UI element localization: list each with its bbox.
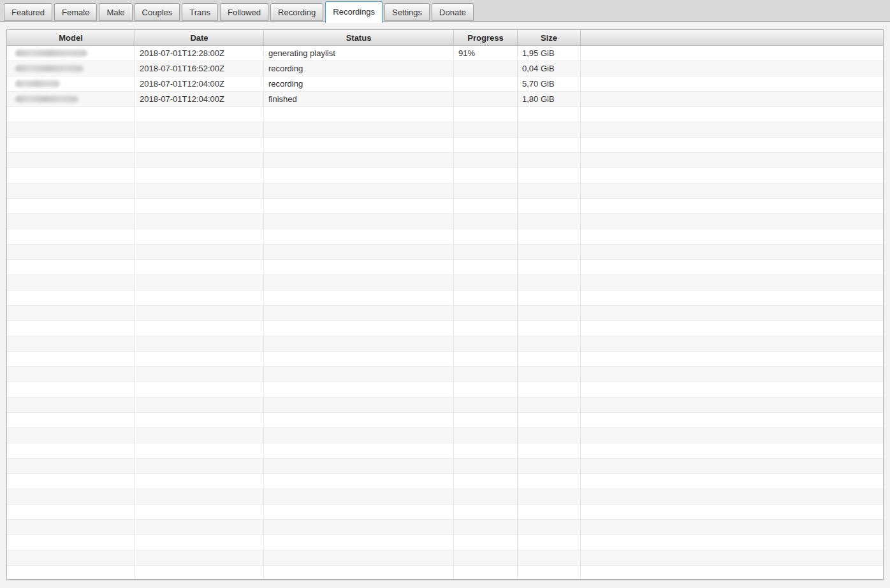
table-row[interactable]: 2018-07-01T12:04:00Zfinished1,80 GiB	[7, 92, 883, 107]
table-row-empty	[7, 183, 883, 199]
cell-size	[518, 290, 581, 305]
cell-model	[7, 505, 135, 519]
cell-status	[264, 336, 454, 351]
cell-status	[264, 290, 454, 305]
cell-extra	[581, 245, 883, 259]
table-row-empty	[7, 352, 883, 367]
cell-size	[518, 229, 581, 244]
cell-status	[264, 367, 454, 382]
table-row[interactable]: 2018-07-01T16:52:00Zrecording0,04 GiB	[7, 61, 883, 76]
cell-size	[518, 489, 581, 504]
column-header-progress[interactable]: Progress	[454, 30, 518, 45]
redacted-model-name	[15, 96, 78, 103]
cell-extra	[581, 199, 883, 213]
cell-date	[135, 443, 264, 458]
cell-model	[7, 92, 135, 106]
cell-progress	[454, 321, 518, 336]
cell-extra	[581, 122, 883, 137]
table-row-empty	[7, 199, 883, 214]
cell-progress	[454, 168, 518, 183]
cell-status: generating playlist	[264, 46, 454, 61]
cell-status	[264, 413, 454, 427]
tab-recording[interactable]: Recording	[270, 3, 323, 21]
table-row-empty	[7, 566, 883, 580]
tab-couples[interactable]: Couples	[135, 3, 180, 21]
table-row-empty	[7, 153, 883, 168]
cell-extra	[581, 275, 883, 290]
tab-female[interactable]: Female	[54, 3, 97, 21]
table-row-empty	[7, 336, 883, 352]
cell-date	[135, 229, 264, 244]
cell-size	[518, 443, 581, 458]
table-row-empty	[7, 245, 883, 260]
cell-progress	[454, 107, 518, 122]
cell-model	[7, 138, 135, 152]
cell-progress	[454, 138, 518, 152]
cell-status	[264, 260, 454, 275]
table-row-empty	[7, 138, 883, 153]
tab-featured[interactable]: Featured	[4, 3, 52, 21]
table-row[interactable]: 2018-07-01T12:28:00Zgenerating playlist9…	[7, 46, 883, 61]
cell-progress	[454, 61, 518, 76]
cell-status	[264, 428, 454, 443]
column-header-status[interactable]: Status	[264, 30, 454, 45]
cell-progress	[454, 367, 518, 382]
tab-trans[interactable]: Trans	[182, 3, 218, 21]
column-header-date[interactable]: Date	[135, 30, 264, 45]
cell-size	[518, 382, 581, 397]
cell-status	[264, 183, 454, 198]
tab-male[interactable]: Male	[99, 3, 132, 21]
cell-date	[135, 336, 264, 351]
table-row-empty	[7, 321, 883, 336]
cell-progress	[454, 505, 518, 519]
cell-extra	[581, 290, 883, 305]
cell-size: 1,95 GiB	[518, 46, 581, 61]
cell-progress	[454, 428, 518, 443]
cell-model	[7, 489, 135, 504]
tab-bar: FeaturedFemaleMaleCouplesTransFollowedRe…	[0, 0, 890, 22]
cell-status	[264, 352, 454, 366]
cell-extra	[581, 520, 883, 534]
cell-extra	[581, 153, 883, 168]
cell-extra	[581, 535, 883, 550]
table-row-empty	[7, 459, 883, 474]
cell-model	[7, 367, 135, 382]
tab-donate[interactable]: Donate	[432, 3, 474, 21]
cell-size: 0,04 GiB	[518, 61, 581, 76]
cell-date: 2018-07-01T12:28:00Z	[135, 46, 264, 61]
tab-followed[interactable]: Followed	[220, 3, 268, 21]
recordings-table: Model Date Status Progress Size 2018-07-…	[6, 29, 884, 580]
tab-recordings[interactable]: Recordings	[325, 1, 383, 23]
cell-status	[264, 566, 454, 580]
cell-size	[518, 245, 581, 259]
table-row-empty	[7, 367, 883, 382]
cell-size	[518, 535, 581, 550]
cell-model	[7, 566, 135, 580]
cell-extra	[581, 398, 883, 412]
cell-size	[518, 428, 581, 443]
cell-extra	[581, 566, 883, 580]
cell-date	[135, 367, 264, 382]
cell-extra	[581, 489, 883, 504]
cell-status	[264, 245, 454, 259]
redacted-model-name	[15, 80, 60, 87]
cell-extra	[581, 76, 883, 91]
cell-size	[518, 413, 581, 427]
cell-date	[135, 398, 264, 412]
cell-date	[135, 290, 264, 305]
table-row-empty	[7, 443, 883, 459]
cell-status	[264, 107, 454, 122]
table-row[interactable]: 2018-07-01T12:04:00Zrecording5,70 GiB	[7, 76, 883, 92]
tab-settings[interactable]: Settings	[384, 3, 430, 21]
column-header-size[interactable]: Size	[518, 30, 581, 45]
cell-date	[135, 474, 264, 489]
column-header-model[interactable]: Model	[7, 30, 135, 45]
cell-size	[518, 550, 581, 565]
cell-status	[264, 459, 454, 473]
cell-extra	[581, 46, 883, 61]
cell-date	[135, 535, 264, 550]
table-row-empty	[7, 474, 883, 489]
cell-date	[135, 321, 264, 336]
cell-date	[135, 520, 264, 534]
cell-date: 2018-07-01T16:52:00Z	[135, 61, 264, 76]
